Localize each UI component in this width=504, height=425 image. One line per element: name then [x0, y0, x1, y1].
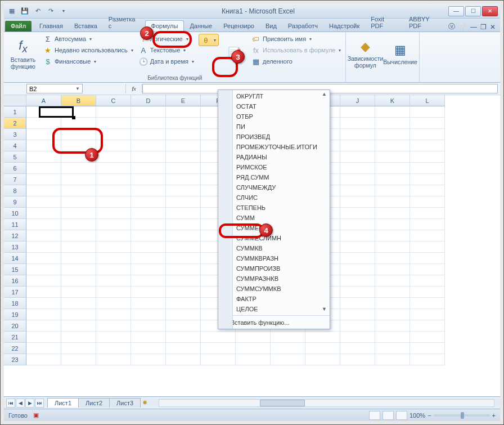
use-in-formula-button[interactable]: fxИспользовать в формуле▾	[250, 45, 343, 55]
cell[interactable]	[61, 196, 96, 208]
menu-item[interactable]: ОСТАТ	[218, 101, 330, 111]
cell[interactable]	[26, 118, 61, 129]
cell[interactable]	[166, 151, 201, 163]
cell[interactable]	[375, 354, 410, 365]
cell[interactable]	[375, 264, 410, 275]
menu-item[interactable]: СУММ	[218, 213, 330, 223]
cell[interactable]	[131, 241, 166, 253]
cell[interactable]	[375, 185, 410, 196]
close-button[interactable]: ✕	[482, 6, 498, 16]
cell[interactable]	[131, 264, 166, 275]
cell[interactable]	[166, 343, 201, 354]
menu-insert-function[interactable]: fx Вставить функцию...	[218, 315, 330, 329]
tab-insert[interactable]: Вставка	[69, 21, 103, 32]
cell[interactable]	[201, 354, 236, 365]
menu-item[interactable]: ПИ	[218, 122, 330, 132]
mdi-restore-icon[interactable]: ❐	[480, 23, 487, 31]
datetime-button[interactable]: 🕒Дата и время▾	[138, 56, 195, 66]
cell[interactable]	[375, 253, 410, 264]
sheet-nav-prev-icon[interactable]: ◀	[16, 399, 25, 408]
column-header[interactable]: D	[131, 95, 166, 106]
cell[interactable]	[340, 287, 375, 298]
cell[interactable]	[26, 208, 61, 219]
row-header[interactable]: 11	[4, 219, 26, 230]
cell[interactable]	[26, 196, 61, 208]
cell[interactable]	[410, 309, 445, 320]
cell[interactable]	[340, 309, 375, 320]
menu-item[interactable]: СУММЕСЛИМН	[218, 233, 330, 243]
cell[interactable]	[375, 275, 410, 287]
cell[interactable]	[340, 275, 375, 287]
menu-item[interactable]: СУММКВРАЗН	[218, 253, 330, 263]
cell[interactable]	[96, 151, 131, 163]
cell[interactable]	[410, 241, 445, 253]
minimize-button[interactable]: —	[448, 6, 464, 16]
cell[interactable]	[131, 196, 166, 208]
menu-item[interactable]: ЦЕЛОЕ	[218, 304, 330, 314]
sheet-nav-first-icon[interactable]: ⏮	[6, 399, 15, 408]
cell[interactable]	[131, 208, 166, 219]
mdi-close-icon[interactable]: ✕	[490, 23, 496, 31]
cell[interactable]	[410, 298, 445, 309]
cell[interactable]	[166, 253, 201, 264]
row-header[interactable]: 15	[4, 264, 26, 275]
cell[interactable]	[201, 332, 236, 343]
menu-item[interactable]: ФАКТР	[218, 294, 330, 304]
cell[interactable]	[166, 332, 201, 343]
row-header[interactable]: 8	[4, 185, 26, 196]
cell[interactable]	[26, 241, 61, 253]
row-header[interactable]: 20	[4, 320, 26, 332]
cell[interactable]	[61, 219, 96, 230]
cell[interactable]	[96, 140, 131, 151]
cell[interactable]	[96, 253, 131, 264]
cell[interactable]	[166, 320, 201, 332]
menu-item[interactable]: СУММЕСЛИ	[218, 223, 330, 233]
cell[interactable]	[166, 354, 201, 365]
cell[interactable]	[131, 219, 166, 230]
cell[interactable]	[375, 219, 410, 230]
cell[interactable]	[131, 118, 166, 129]
name-box[interactable]: B2 ▼	[26, 84, 83, 93]
cell[interactable]	[166, 163, 201, 174]
cell[interactable]	[96, 298, 131, 309]
row-header[interactable]: 7	[4, 174, 26, 185]
cell[interactable]	[26, 253, 61, 264]
cell[interactable]	[166, 230, 201, 241]
cell[interactable]	[305, 343, 340, 354]
cell[interactable]	[410, 253, 445, 264]
row-header[interactable]: 16	[4, 275, 26, 287]
cell[interactable]	[410, 140, 445, 151]
cell[interactable]	[410, 174, 445, 185]
cell[interactable]	[131, 106, 166, 118]
cell[interactable]	[375, 309, 410, 320]
cell[interactable]	[375, 196, 410, 208]
tab-developer[interactable]: Разработч	[282, 21, 323, 32]
cell[interactable]	[166, 106, 201, 118]
define-name-button[interactable]: 🏷Присвоить имя▾	[250, 34, 343, 44]
cell[interactable]	[166, 309, 201, 320]
cell[interactable]	[305, 332, 340, 343]
menu-item[interactable]: СУММПРОИЗВ	[218, 263, 330, 274]
cell[interactable]	[26, 151, 61, 163]
cell[interactable]	[96, 287, 131, 298]
cell[interactable]	[340, 140, 375, 151]
cell[interactable]	[61, 309, 96, 320]
name-box-dropdown-icon[interactable]: ▼	[75, 86, 80, 91]
tab-foxit[interactable]: Foxit PDF	[365, 14, 403, 32]
row-header[interactable]: 13	[4, 241, 26, 253]
cell[interactable]	[96, 241, 131, 253]
cell[interactable]	[96, 219, 131, 230]
row-header[interactable]: 4	[4, 140, 26, 151]
menu-item[interactable]: СТЕПЕНЬ	[218, 203, 330, 213]
cell[interactable]	[410, 343, 445, 354]
cell[interactable]	[410, 106, 445, 118]
row-header[interactable]: 2	[4, 118, 26, 129]
undo-icon[interactable]: ↶	[32, 6, 43, 17]
cell[interactable]	[410, 354, 445, 365]
zoom-out-button[interactable]: −	[428, 412, 431, 419]
column-header[interactable]: E	[166, 95, 201, 106]
cell[interactable]	[340, 241, 375, 253]
cell[interactable]	[131, 287, 166, 298]
cell[interactable]	[131, 332, 166, 343]
cell[interactable]	[61, 118, 96, 129]
